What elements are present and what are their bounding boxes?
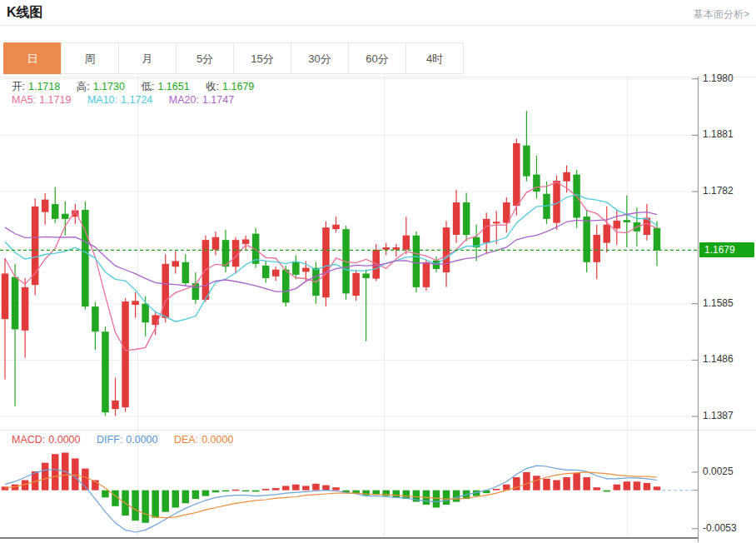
diff-label: DIFF: — [97, 434, 122, 446]
diff-value: 0.0000 — [126, 434, 157, 446]
kline-page: K线图 基本面分析> 日 周 月 5分 15分 30分 60分 4时 开:1.1… — [0, 0, 756, 543]
current-price-badge: 1.1679 — [699, 242, 754, 257]
close-label: 收: — [206, 81, 219, 92]
macd-label: MACD: — [12, 434, 45, 446]
open-label: 开: — [12, 81, 25, 92]
dea-value: 0.0000 — [201, 434, 233, 446]
ma20-line — [5, 212, 657, 292]
ma5-label: MA5: — [12, 94, 36, 106]
ma20-label: MA20: — [169, 94, 199, 106]
y-axis-label: 1.1782 — [703, 185, 734, 197]
ma10-label: MA10: — [87, 94, 117, 106]
diff-line — [5, 466, 657, 532]
ma10-value: 1.1724 — [121, 94, 152, 106]
ma20-value: 1.1747 — [202, 94, 234, 106]
open-value: 1.1718 — [28, 81, 60, 92]
y-axis-label: 1.1486 — [703, 353, 734, 365]
high-label: 高: — [77, 81, 90, 92]
ohlc-legend: 开:1.1718 高:1.1730 低:1.1651 收:1.1679 — [12, 80, 257, 94]
dea-label: DEA: — [174, 434, 198, 446]
low-value: 1.1651 — [157, 81, 189, 92]
macd-legend: MACD:0.0000 DIFF:0.0000 DEA:0.0000 — [12, 434, 236, 446]
y-axis-label: 1.1980 — [703, 72, 734, 84]
macd-axis-label: 0.0025 — [703, 466, 734, 477]
high-value: 1.1730 — [93, 81, 125, 92]
macd-value: 0.0000 — [48, 434, 80, 446]
y-axis-label: 1.1881 — [703, 128, 734, 140]
close-value: 1.1679 — [222, 81, 254, 92]
macd-axis-label: -0.0053 — [703, 522, 737, 534]
ma5-value: 1.1719 — [39, 94, 71, 106]
y-axis-label: 1.1387 — [703, 410, 734, 421]
ma-legend: MA5:1.1719 MA10:1.1724 MA20:1.1747 — [12, 94, 237, 106]
y-axis-label: 1.1585 — [703, 297, 734, 309]
low-label: 低: — [141, 81, 154, 92]
